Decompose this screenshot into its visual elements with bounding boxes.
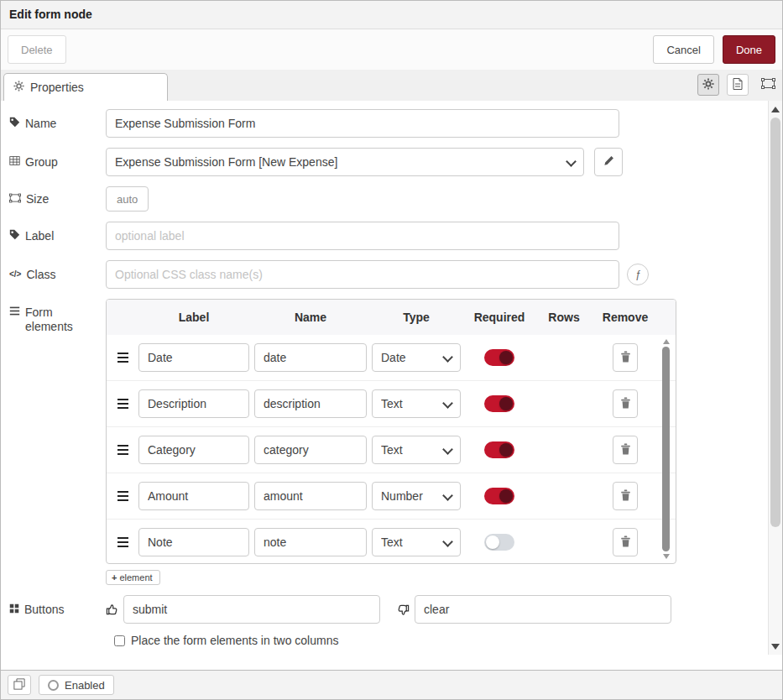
delete-button[interactable]: Delete xyxy=(8,35,66,64)
drag-handle-icon[interactable] xyxy=(112,389,133,418)
tab-actions xyxy=(697,74,780,96)
size-label-text: Size xyxy=(26,192,49,206)
thumbs-down-icon xyxy=(397,603,410,616)
element-label-input[interactable] xyxy=(138,389,249,418)
elements-table-body: Date Text xyxy=(107,335,676,563)
description-button[interactable] xyxy=(727,74,749,96)
scroll-down-icon[interactable] xyxy=(663,554,670,559)
enabled-label: Enabled xyxy=(65,679,105,692)
name-label-text: Name xyxy=(25,117,56,131)
element-name-input[interactable] xyxy=(254,343,367,372)
element-required-toggle[interactable] xyxy=(484,534,514,551)
triangle-up-icon xyxy=(771,107,780,112)
tag-icon xyxy=(9,117,20,130)
element-name-input[interactable] xyxy=(254,389,367,418)
drag-handle-icon[interactable] xyxy=(112,482,133,510)
element-remove-button[interactable] xyxy=(613,389,638,418)
label-label-text: Label xyxy=(25,229,54,243)
form-elements-widget: Label Name Type Required Rows Remove Dat… xyxy=(106,299,676,585)
form-row-buttons: Buttons xyxy=(9,595,768,624)
add-element-button[interactable]: element xyxy=(106,570,160,585)
scroll-up-icon[interactable] xyxy=(663,339,670,344)
element-name-input[interactable] xyxy=(254,482,367,510)
two-columns-checkbox[interactable] xyxy=(114,635,125,646)
element-type-select[interactable]: Text xyxy=(372,436,461,464)
drag-handle-icon[interactable] xyxy=(112,436,133,464)
pencil-icon xyxy=(603,155,614,169)
tag-icon xyxy=(9,229,20,243)
element-remove-button[interactable] xyxy=(613,528,638,556)
element-type-select[interactable]: Number xyxy=(372,482,461,510)
element-remove-button[interactable] xyxy=(613,482,638,510)
object-group-icon xyxy=(761,78,775,91)
col-header-label: Label xyxy=(138,311,249,324)
fx-icon: ƒ xyxy=(635,269,641,280)
element-label-input[interactable] xyxy=(138,482,249,510)
element-row-description: Text xyxy=(107,380,676,426)
trash-icon xyxy=(620,535,631,550)
element-type-select[interactable]: Text xyxy=(372,528,461,556)
toggle-knob xyxy=(499,489,513,503)
enabled-toggle-button[interactable]: Enabled xyxy=(39,675,114,695)
elements-scrollbar[interactable] xyxy=(660,339,671,559)
element-row-date: Date xyxy=(107,335,676,380)
submit-label-input[interactable] xyxy=(123,595,380,624)
name-input[interactable] xyxy=(106,109,619,138)
group-select-wrap: Expense Submission Form [New Expense] xyxy=(106,148,584,176)
element-remove-button[interactable] xyxy=(613,436,638,464)
tab-properties[interactable]: Properties xyxy=(3,73,168,102)
clear-label-input[interactable] xyxy=(415,595,671,624)
plus-icon xyxy=(112,572,117,582)
drag-handle-icon[interactable] xyxy=(112,528,133,556)
drag-handle-icon[interactable] xyxy=(112,343,133,372)
squares-icon xyxy=(9,603,19,616)
element-type-select[interactable]: Text xyxy=(372,389,461,418)
done-button[interactable]: Done xyxy=(723,35,775,64)
gear-icon xyxy=(702,78,714,92)
elements-scrollbar-thumb[interactable] xyxy=(662,347,670,551)
class-field-label: </> Class xyxy=(9,268,106,282)
element-type-select[interactable]: Date xyxy=(372,343,461,372)
tab-bar: Properties xyxy=(1,70,782,102)
scroll-up-arrow[interactable] xyxy=(769,102,782,116)
dialog-toolbar: Delete Cancel Done xyxy=(1,29,782,70)
element-required-toggle[interactable] xyxy=(484,349,514,366)
code-icon: </> xyxy=(9,269,21,279)
element-required-toggle[interactable] xyxy=(484,395,514,412)
element-required-toggle[interactable] xyxy=(484,488,514,504)
element-required-toggle[interactable] xyxy=(484,441,514,458)
node-settings-button[interactable] xyxy=(697,74,719,96)
element-name-input[interactable] xyxy=(254,436,367,464)
trash-icon xyxy=(620,397,631,411)
col-header-rows: Rows xyxy=(538,311,590,324)
vertical-scrollbar-thumb[interactable] xyxy=(770,118,780,527)
edit-group-button[interactable] xyxy=(594,148,623,176)
dialog-header: Edit form node xyxy=(1,1,782,29)
thumbs-up-icon xyxy=(106,603,118,616)
appearance-button[interactable] xyxy=(756,74,780,96)
element-label-input[interactable] xyxy=(138,343,249,372)
two-columns-label: Place the form elements in two columns xyxy=(131,634,338,647)
element-label-input[interactable] xyxy=(138,436,249,464)
group-select[interactable]: Expense Submission Form [New Expense] xyxy=(106,148,584,176)
dialog-title: Edit form node xyxy=(9,8,92,21)
node-info-button[interactable] xyxy=(8,675,31,695)
element-label-input[interactable] xyxy=(138,528,249,556)
scroll-down-arrow[interactable] xyxy=(769,640,782,653)
label-field-label: Label xyxy=(9,229,106,243)
label-input[interactable] xyxy=(106,222,619,250)
size-auto-button[interactable]: auto xyxy=(106,186,149,212)
properties-panel: Name Group Expense Submission Form [New … xyxy=(1,101,768,670)
form-elements-label-text: Form elements xyxy=(25,306,79,334)
element-remove-button[interactable] xyxy=(613,343,638,372)
form-elements-table: Label Name Type Required Rows Remove Dat… xyxy=(106,299,676,564)
gear-icon xyxy=(13,81,24,94)
element-name-input[interactable] xyxy=(254,528,367,556)
edit-form-node-dialog: Edit form node Delete Cancel Done Proper… xyxy=(0,0,783,700)
class-helper-button[interactable]: ƒ xyxy=(627,264,649,285)
class-input[interactable] xyxy=(106,260,619,289)
vertical-scrollbar[interactable] xyxy=(768,101,782,655)
form-row-size: Size auto xyxy=(9,186,768,212)
cancel-button[interactable]: Cancel xyxy=(653,35,713,64)
buttons-label-text: Buttons xyxy=(24,603,64,617)
